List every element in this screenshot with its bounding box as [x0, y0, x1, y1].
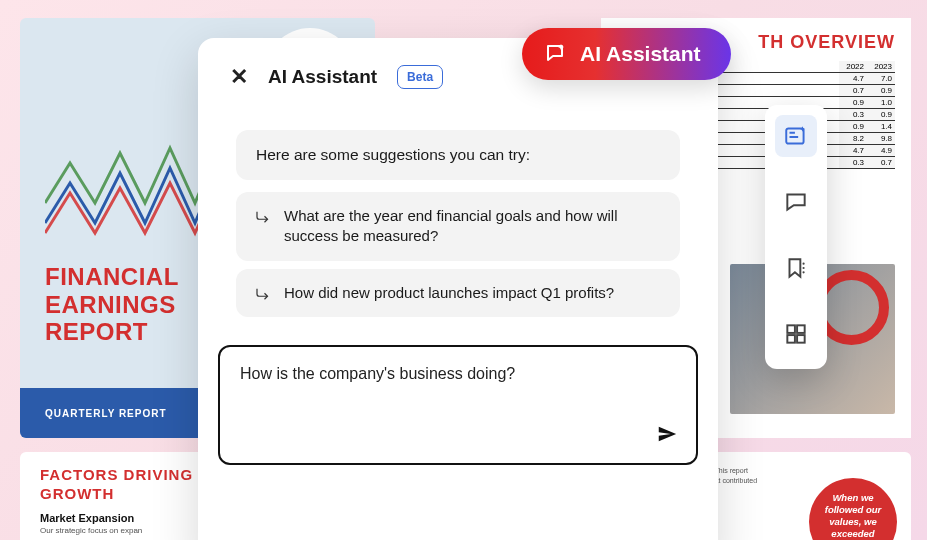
side-toolbar [765, 105, 827, 369]
beta-badge: Beta [397, 65, 443, 89]
grid-icon [783, 321, 809, 347]
bookmark-icon [783, 255, 809, 281]
quote-badge: When we followed our values, we exceeded… [809, 478, 897, 540]
svg-rect-5 [797, 325, 805, 333]
suggestion-1-text: What are the year end financial goals an… [284, 206, 662, 247]
svg-point-3 [803, 271, 805, 273]
reply-arrow-icon [254, 208, 272, 226]
reply-arrow-icon [254, 285, 272, 303]
send-icon [656, 423, 678, 445]
comment-icon [783, 189, 809, 215]
panel-title: AI Assistant [268, 66, 377, 88]
toolbar-comment-button[interactable] [775, 181, 817, 223]
chat-sparkle-icon [544, 42, 568, 66]
suggestion-1[interactable]: What are the year end financial goals an… [236, 192, 680, 261]
suggestion-2[interactable]: How did new product launches impact Q1 p… [236, 269, 680, 317]
suggestion-intro: Here are some suggestions you can try: [236, 130, 680, 180]
summary-sparkle-icon [783, 123, 809, 149]
quarterly-label: QUARTERLY REPORT [45, 408, 167, 419]
ai-assistant-panel: ✕ AI Assistant Beta Here are some sugges… [198, 38, 718, 540]
svg-point-2 [803, 267, 805, 269]
svg-rect-7 [797, 335, 805, 343]
prompt-input-text: How is the company's business doing? [240, 365, 676, 383]
toolbar-summary-button[interactable] [775, 115, 817, 157]
send-button[interactable] [652, 419, 682, 449]
svg-rect-0 [786, 128, 803, 143]
svg-point-1 [803, 263, 805, 265]
close-icon[interactable]: ✕ [230, 64, 248, 90]
fab-label: AI Assistant [580, 42, 701, 66]
suggestion-2-text: How did new product launches impact Q1 p… [284, 283, 614, 303]
prompt-input[interactable]: How is the company's business doing? [218, 345, 698, 465]
report-title: FINANCIAL EARNINGS REPORT [45, 263, 179, 346]
toolbar-apps-button[interactable] [775, 313, 817, 355]
svg-rect-4 [787, 325, 795, 333]
toolbar-bookmark-button[interactable] [775, 247, 817, 289]
ai-assistant-fab[interactable]: AI Assistant [522, 28, 731, 80]
svg-rect-6 [787, 335, 795, 343]
